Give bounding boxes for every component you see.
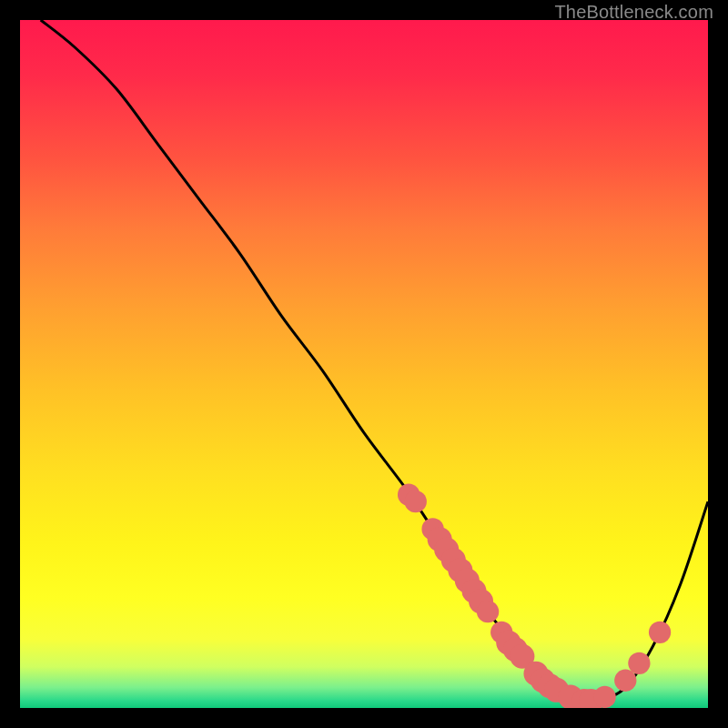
data-marker: [649, 622, 671, 643]
data-marker: [628, 652, 650, 674]
chart-plot-area: [20, 20, 708, 708]
curve-line: [41, 20, 708, 703]
watermark-text: TheBottleneck.com: [554, 2, 713, 23]
data-marker: [405, 490, 427, 512]
data-marker: [614, 670, 636, 692]
chart-svg: [20, 20, 708, 708]
data-marker: [477, 601, 499, 622]
data-marker: [593, 686, 615, 708]
